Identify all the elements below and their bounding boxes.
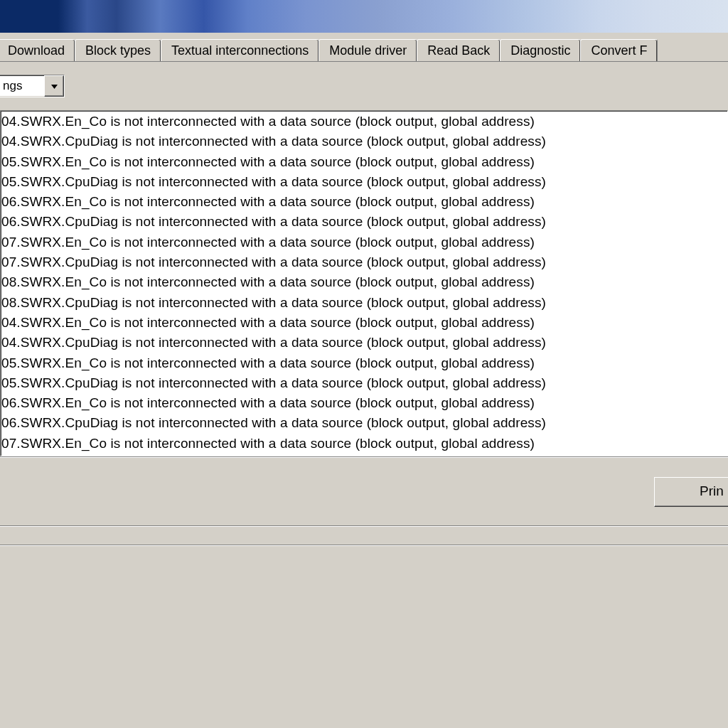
filter-combobox[interactable]: ngs [0,75,65,97]
log-line[interactable]: 04.SWRX.CpuDiag is not interconnected wi… [1,132,727,151]
log-line[interactable]: 04.SWRX.En_Co is not interconnected with… [1,313,727,333]
log-line[interactable]: 08.SWRX.CpuDiag is not interconnected wi… [1,293,727,313]
svg-marker-0 [51,85,58,89]
tab-download[interactable]: Download [0,39,75,61]
log-line[interactable]: 06.SWRX.En_Co is not interconnected with… [1,192,727,212]
log-line[interactable]: 07.SWRX.En_Co is not interconnected with… [1,232,727,252]
chevron-down-icon [50,82,58,90]
window-titlebar [0,0,728,33]
toolbar: ngs [0,62,728,110]
tab-convert[interactable]: Convert F [580,39,658,61]
log-line[interactable]: 06.SWRX.CpuDiag is not interconnected wi… [1,212,727,232]
lower-panel [0,545,728,728]
log-list[interactable]: 04.SWRX.En_Co is not interconnected with… [1,111,727,456]
log-line[interactable]: 06.SWRX.En_Co is not interconnected with… [1,393,727,413]
log-line[interactable]: 05.SWRX.CpuDiag is not interconnected wi… [1,373,727,393]
tab-textual-interconnections[interactable]: Textual interconnections [161,39,319,61]
tab-block-types[interactable]: Block types [75,39,161,61]
log-line[interactable]: 04.SWRX.CpuDiag is not interconnected wi… [1,333,727,353]
status-bar [0,525,728,545]
tab-module-driver[interactable]: Module driver [318,39,417,61]
log-line[interactable]: 07.SWRX.En_Co is not interconnected with… [1,434,727,454]
tab-strip: Download Block types Textual interconnec… [0,37,728,62]
log-line[interactable]: 05.SWRX.En_Co is not interconnected with… [1,152,727,172]
filter-combobox-value: ngs [0,75,44,97]
button-bar: Prin [0,456,728,523]
log-line[interactable]: 08.SWRX.En_Co is not interconnected with… [1,272,727,292]
print-button[interactable]: Prin [654,477,728,507]
tab-read-back[interactable]: Read Back [417,39,500,61]
log-line[interactable]: 05.SWRX.CpuDiag is not interconnected wi… [1,172,727,192]
tab-diagnostic[interactable]: Diagnostic [500,39,581,61]
log-panel: 04.SWRX.En_Co is not interconnected with… [0,110,728,456]
log-line[interactable]: 07.SWRX.CpuDiag is not interconnected wi… [1,252,727,272]
log-line[interactable]: 06.SWRX.CpuDiag is not interconnected wi… [1,413,727,433]
log-line[interactable]: 05.SWRX.En_Co is not interconnected with… [1,353,727,373]
filter-combobox-button[interactable] [44,75,64,97]
log-line[interactable]: 04.SWRX.En_Co is not interconnected with… [1,112,727,132]
